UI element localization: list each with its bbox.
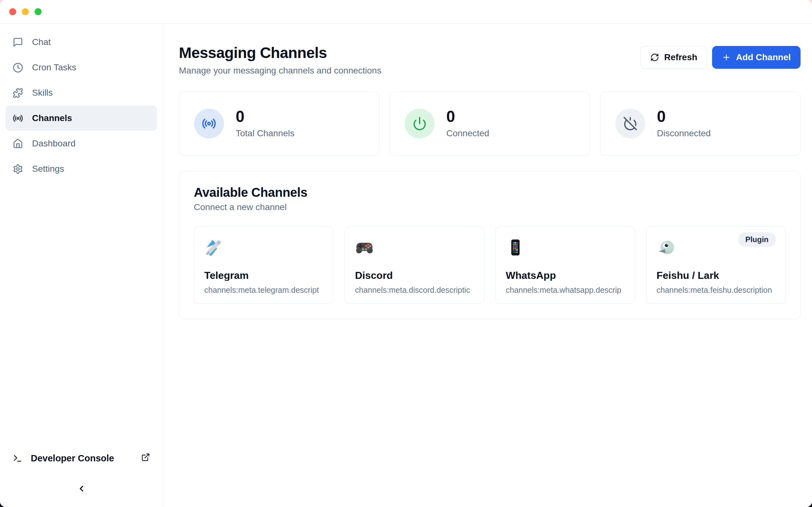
sidebar-item-skills[interactable]: Skills	[6, 80, 157, 106]
page-subtitle: Manage your messaging channels and conne…	[179, 65, 381, 76]
sidebar-item-label: Skills	[32, 88, 53, 98]
radio-icon	[194, 109, 224, 138]
sidebar-item-chat[interactable]: Chat	[6, 30, 157, 55]
external-link-icon[interactable]	[141, 453, 150, 464]
developer-console-link[interactable]: Developer Console	[6, 449, 157, 468]
sidebar-item-label: Dashboard	[32, 138, 75, 149]
channel-card-discord[interactable]: Discord channels:meta.discord.descriptic	[345, 226, 484, 304]
home-icon	[13, 138, 23, 149]
bird-emoji	[657, 252, 676, 258]
page-title: Messaging Channels	[179, 44, 381, 62]
available-channels-title: Available Channels	[194, 185, 786, 200]
channel-description: channels:meta.telegram.descript	[204, 285, 323, 295]
plus-icon	[722, 53, 731, 62]
developer-console-label: Developer Console	[31, 453, 114, 464]
power-off-icon	[615, 109, 645, 138]
sidebar-item-label: Cron Tasks	[32, 62, 77, 72]
stat-card-disconnected: 0 Disconnected	[600, 92, 801, 156]
puzzle-icon	[13, 88, 23, 98]
gear-icon	[13, 164, 23, 174]
stat-label: Disconnected	[657, 128, 711, 138]
stat-card-total-channels: 0 Total Channels	[179, 92, 379, 156]
stat-card-connected: 0 Connected	[390, 92, 590, 156]
channel-name: Discord	[355, 270, 473, 281]
available-channels-panel: Available Channels Connect a new channel	[179, 171, 801, 320]
sidebar-item-label: Channels	[32, 113, 72, 123]
sidebar-item-label: Chat	[32, 37, 51, 47]
chat-bubble-icon	[13, 37, 23, 48]
collapse-sidebar-button[interactable]	[74, 483, 89, 494]
stats-row: 0 Total Channels 0 Connected	[179, 92, 801, 156]
channel-name: Telegram	[204, 270, 323, 281]
stat-value: 0	[657, 109, 711, 124]
airplane-emoji	[204, 252, 223, 258]
sidebar-item-channels[interactable]: Channels	[6, 106, 157, 131]
terminal-icon	[13, 453, 22, 463]
stat-label: Total Channels	[236, 128, 294, 138]
sidebar: Chat Cron Tasks Skills Channels Dashboar…	[0, 24, 163, 507]
close-window-button[interactable]	[9, 8, 16, 15]
channel-description: channels:meta.whatsapp.descrip	[506, 285, 624, 295]
channel-description: channels:meta.discord.descriptic	[355, 285, 473, 295]
main-content: Messaging Channels Manage your messaging…	[163, 24, 812, 507]
chevron-left-icon	[77, 484, 86, 493]
header-actions: Refresh Add Channel	[641, 46, 801, 69]
gamepad-emoji	[355, 252, 374, 258]
radio-broadcast-icon	[13, 113, 23, 124]
sidebar-item-settings[interactable]: Settings	[6, 156, 157, 181]
channel-card-feishu-lark[interactable]: Plugin Feishu	[646, 226, 786, 304]
sidebar-item-cron-tasks[interactable]: Cron Tasks	[6, 55, 157, 80]
refresh-button[interactable]: Refresh	[641, 46, 707, 69]
stat-value: 0	[446, 109, 489, 124]
channel-card-whatsapp[interactable]: WhatsApp channels:meta.whatsapp.descrip	[496, 226, 635, 304]
channel-grid: Telegram channels:meta.telegram.descript	[194, 226, 786, 304]
minimize-window-button[interactable]	[22, 8, 29, 15]
channel-name: Feishu / Lark	[657, 270, 775, 281]
stat-value: 0	[236, 109, 294, 124]
plugin-badge: Plugin	[738, 232, 776, 247]
app-window: Chat Cron Tasks Skills Channels Dashboar…	[0, 0, 812, 507]
sidebar-item-dashboard[interactable]: Dashboard	[6, 131, 157, 156]
mobile-phone-emoji	[506, 252, 525, 258]
power-icon	[405, 109, 435, 138]
zoom-window-button[interactable]	[35, 8, 42, 15]
clock-icon	[13, 62, 23, 73]
refresh-icon	[650, 53, 659, 62]
channel-name: WhatsApp	[506, 270, 624, 281]
sidebar-item-label: Settings	[32, 164, 64, 174]
page-header: Messaging Channels Manage your messaging…	[179, 44, 801, 76]
sidebar-footer: Developer Console	[6, 449, 157, 507]
channel-description: channels:meta.feishu.description	[657, 285, 775, 295]
channel-card-telegram[interactable]: Telegram channels:meta.telegram.descript	[194, 226, 334, 304]
add-channel-button[interactable]: Add Channel	[712, 46, 801, 69]
window-titlebar	[0, 0, 812, 24]
available-channels-subtitle: Connect a new channel	[194, 202, 786, 212]
stat-label: Connected	[446, 128, 489, 138]
